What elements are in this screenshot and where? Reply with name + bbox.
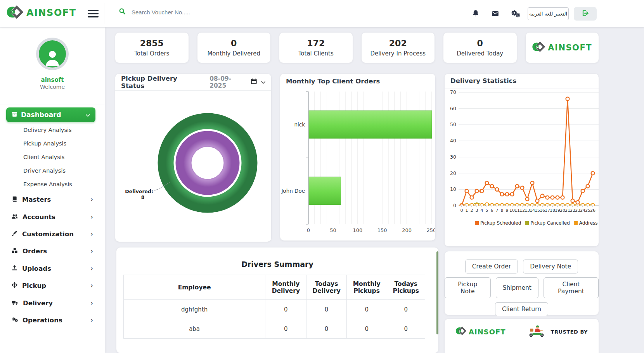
donut-inner-ring[interactable] bbox=[184, 139, 232, 187]
stat-monthly-delivered: 0 Monthly Delivered bbox=[197, 33, 271, 63]
series-pickup-scheduled-marker[interactable] bbox=[511, 192, 514, 196]
series-pickup-scheduled-marker[interactable] bbox=[556, 196, 559, 199]
legend-item[interactable]: Pickup Cancelled bbox=[525, 220, 570, 226]
delivery-note-button[interactable]: Delivery Note bbox=[523, 260, 578, 273]
language-toggle-button[interactable]: التغيير للغة العربية bbox=[528, 7, 569, 20]
envelope-icon[interactable] bbox=[491, 10, 500, 19]
series-pickup-scheduled-marker[interactable] bbox=[495, 188, 499, 191]
series-pickup-scheduled-marker[interactable] bbox=[485, 181, 489, 185]
svg-text:6: 6 bbox=[491, 208, 493, 213]
series-pickup-scheduled-marker[interactable] bbox=[500, 192, 504, 196]
pickup-note-button[interactable]: Pickup Note bbox=[445, 277, 491, 298]
table-row[interactable]: aba0000 bbox=[124, 319, 425, 339]
sidebar-item-pickup[interactable]: Pickup› bbox=[0, 279, 105, 292]
series-pickup-scheduled-marker[interactable] bbox=[551, 196, 554, 199]
series-pickup-scheduled-marker[interactable] bbox=[561, 196, 564, 199]
sidebar-item-masters[interactable]: Masters› bbox=[0, 192, 105, 206]
series-pickup-scheduled-marker[interactable] bbox=[516, 185, 519, 188]
svg-text:17: 17 bbox=[545, 208, 550, 213]
shipment-button[interactable]: Shipment bbox=[496, 277, 538, 298]
svg-text:10: 10 bbox=[509, 208, 515, 213]
svg-text:0: 0 bbox=[307, 227, 310, 233]
svg-text:0: 0 bbox=[453, 202, 456, 208]
upload-icon bbox=[12, 265, 17, 272]
sidebar-item-accounts[interactable]: Accounts› bbox=[0, 210, 105, 224]
svg-text:250: 250 bbox=[427, 227, 435, 233]
sidebar-item-pickup-analysis[interactable]: Pickup Analysis bbox=[23, 137, 97, 150]
dashboard-icon bbox=[12, 111, 17, 119]
panel-title: Monthly Top Client Orders bbox=[286, 78, 380, 85]
legend-item[interactable]: Pickup Scheduled bbox=[475, 220, 521, 226]
top-client-orders-bar-chart[interactable]: nickJohn Doe050100150200250 bbox=[280, 90, 435, 241]
series-pickup-scheduled-marker[interactable] bbox=[586, 185, 590, 188]
sidebar-item-orders[interactable]: Orders› bbox=[0, 244, 105, 258]
table-cell: 0 bbox=[306, 319, 346, 339]
search-input[interactable] bbox=[132, 9, 302, 16]
series-pickup-scheduled-marker[interactable] bbox=[571, 199, 575, 202]
brand-name: AINSOFT bbox=[26, 7, 76, 18]
chevron-down-icon bbox=[261, 78, 265, 86]
sidebar-item-client-analysis[interactable]: Client Analysis bbox=[23, 151, 97, 163]
svg-text:15: 15 bbox=[535, 208, 540, 213]
series-pickup-scheduled-marker[interactable] bbox=[480, 189, 484, 193]
svg-text:20: 20 bbox=[560, 208, 565, 213]
sidebar-item-driver-analysis[interactable]: Driver Analysis bbox=[23, 164, 97, 177]
brand-card: AINSOFT bbox=[526, 33, 599, 63]
series-pickup-scheduled-marker[interactable] bbox=[576, 201, 580, 204]
series-pickup-scheduled-marker[interactable] bbox=[475, 189, 479, 193]
chevron-right-icon: › bbox=[90, 316, 93, 324]
table-row[interactable]: dghfghth0000 bbox=[124, 300, 425, 319]
create-order-button[interactable]: Create Order bbox=[465, 260, 518, 273]
sidebar-item-dashboard[interactable]: Dashboard bbox=[6, 107, 95, 122]
svg-text:9: 9 bbox=[506, 208, 509, 213]
sidebar-item-operations[interactable]: Operations› bbox=[0, 313, 105, 327]
series-pickup-scheduled-marker[interactable] bbox=[541, 194, 544, 198]
chart-legend: Pickup ScheduledPickup CancelledAddress … bbox=[445, 219, 599, 227]
panel-scrollbar[interactable] bbox=[436, 251, 438, 334]
series-pickup-scheduled-marker[interactable] bbox=[526, 197, 529, 201]
sidebar-item-customization[interactable]: Customization› bbox=[0, 227, 105, 241]
pickup-delivery-donut-chart[interactable]: Delivered: 8 bbox=[119, 92, 267, 237]
series-pickup-scheduled-marker[interactable] bbox=[465, 189, 469, 193]
navbar-divider bbox=[104, 3, 104, 24]
bar-John Doe[interactable] bbox=[309, 177, 341, 205]
cogs-icon bbox=[12, 317, 18, 324]
move-icon bbox=[12, 282, 17, 289]
delivery-statistics-line-chart[interactable]: 0102030405060700123456789101112131415161… bbox=[445, 89, 599, 218]
series-pickup-scheduled-marker[interactable] bbox=[490, 185, 494, 188]
svg-text:3: 3 bbox=[476, 208, 478, 213]
logout-button[interactable] bbox=[574, 7, 597, 21]
sidebar-item-expense-analysis[interactable]: Expense Analysis bbox=[23, 178, 97, 190]
client-return-button[interactable]: Client Return bbox=[495, 302, 548, 316]
table-cell: aba bbox=[124, 319, 265, 339]
series-pickup-scheduled-marker[interactable] bbox=[521, 186, 524, 190]
svg-text:50: 50 bbox=[450, 121, 456, 127]
sidebar-item-delivery-analysis[interactable]: Delivery Analysis bbox=[23, 124, 97, 136]
series-pickup-scheduled-marker[interactable] bbox=[591, 171, 595, 175]
hamburger-icon[interactable] bbox=[88, 10, 99, 18]
brand-logo[interactable]: AINSOFT bbox=[6, 4, 76, 21]
legend-swatch bbox=[574, 221, 578, 225]
sidebar-item-delivery[interactable]: Delivery› bbox=[0, 296, 105, 310]
series-pickup-scheduled-marker[interactable] bbox=[546, 196, 549, 199]
series-pickup-scheduled-marker[interactable] bbox=[506, 192, 509, 196]
sidebar-item-uploads[interactable]: Uploads› bbox=[0, 261, 105, 275]
series-pickup-scheduled-marker[interactable] bbox=[581, 189, 585, 193]
bell-icon[interactable] bbox=[472, 9, 481, 19]
series-pickup-scheduled-marker[interactable] bbox=[536, 199, 539, 202]
series-pickup-scheduled-marker[interactable] bbox=[531, 181, 534, 185]
client-payment-button[interactable]: Client Payment bbox=[544, 277, 599, 298]
avatar[interactable] bbox=[36, 38, 69, 70]
bar-nick[interactable] bbox=[309, 111, 432, 138]
series-pickup-scheduled-marker[interactable] bbox=[470, 196, 474, 199]
date-picker[interactable]: 08-09-2025 bbox=[209, 75, 265, 89]
svg-text:50: 50 bbox=[330, 227, 336, 233]
svg-text:24: 24 bbox=[580, 208, 585, 213]
svg-text:26: 26 bbox=[590, 208, 596, 213]
truck-icon bbox=[12, 299, 18, 307]
series-pickup-scheduled-marker[interactable] bbox=[566, 97, 570, 100]
search-icon[interactable] bbox=[119, 8, 126, 17]
gears-icon[interactable] bbox=[511, 9, 520, 19]
legend-item[interactable]: Address Char bbox=[574, 220, 599, 226]
svg-text:nick: nick bbox=[294, 121, 305, 128]
